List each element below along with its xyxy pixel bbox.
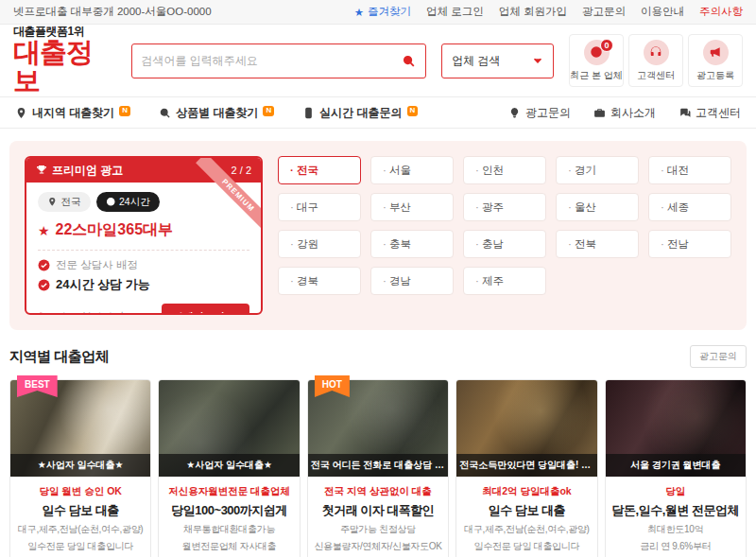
region-button[interactable]: 충북 [370,230,454,258]
region-button[interactable]: 제주 [463,267,546,295]
customer-center-button[interactable]: 고객센터 [628,34,683,87]
card-highlight: 당일 월변 승인 OK [14,485,146,498]
phone-icon [38,311,50,315]
call-now-link[interactable]: 바로 상담하기 [38,310,124,315]
ad-register-button[interactable]: 광고등록 [688,34,743,87]
card-highlight: 전국 지역 상관없이 대출 [312,485,444,498]
card-title: 일수 담보 대출 [14,502,146,519]
nav-item-company-intro[interactable]: 회사소개 [593,105,656,121]
feature-item: 전문 상담사 배정 [38,258,249,272]
card-description: 주말가능 친절상담 [312,523,444,536]
region-filter-grid: 전국 서울 인천 경기 대전 대구 부산 광주 울산 세종 강원 충북 충남 전… [278,156,731,315]
main-navigation: 내지역 대출찾기 N 상품별 대출찾기 N 실시간 대출문의 N 광고문의 회사… [0,96,756,129]
card-caption: 전국소득만있다면 당일대출! 대한민국... [456,454,596,477]
premium-ad-card[interactable]: 프리미엄 광고 2 / 2 PREMIUM 전국 24시간 ★ 22스마일365… [25,156,263,315]
premium-ad-counter: 2 / 2 [232,165,251,176]
check-icon [38,259,50,271]
top-utility-bar: 넷프로대출 대부중개 2000-서울OO-0000 ★즐겨찾기 업체 로그인 업… [0,0,756,25]
region-button[interactable]: 전국 [278,156,361,184]
region-button[interactable]: 전북 [556,230,639,258]
card-description: 채무통합대환대출가능 [163,523,295,536]
nav-left-group: 내지역 대출찾기 N 상품별 대출찾기 N 실시간 대출문의 N [15,105,418,121]
card-title: 달돈,일수,월변 전문업체 [610,502,742,519]
topbar-links: ★즐겨찾기 업체 로그인 업체 회원가입 광고문의 이용안내 주의사항 [354,5,743,19]
region-button[interactable]: 세종 [648,193,731,221]
nav-item-customer-center[interactable]: 고객센터 [679,105,741,121]
section-title: 지역별 대출업체 [9,348,109,366]
ad-inquiry-link[interactable]: 광고문의 [582,5,626,19]
region-button[interactable]: 대구 [278,193,361,221]
star-icon: ★ [354,6,364,19]
lightbulb-icon [508,107,521,119]
region-button[interactable]: 강원 [278,230,361,258]
feature-item: 24시간 상담 가능 [38,276,249,293]
region-button[interactable]: 전남 [648,230,731,258]
region-button[interactable]: 울산 [556,193,639,221]
region-button[interactable]: 서울 [370,156,454,184]
site-header: 대출플랫폼1위 대출정보 업체 검색 0 최근 본 업체 고객센터 광고등록 [0,25,756,96]
logo-tagline: 대출플랫폼1위 [13,26,116,38]
card-description: 월변전문업체 자사대출 [163,540,295,553]
region-button[interactable]: 경북 [278,267,361,295]
search-type-select[interactable]: 업체 검색 [441,44,554,78]
hero-panel: 프리미엄 광고 2 / 2 PREMIUM 전국 24시간 ★ 22스마일365… [9,141,747,330]
hours-tag: 24시간 [96,192,160,212]
vendor-signup-link[interactable]: 업체 회원가입 [499,5,567,19]
card-highlight: 저신용자월변전문 대출업체 [163,485,295,498]
card-caption: ★사업자 일수대출★ [10,454,150,477]
ad-inquiry-button[interactable]: 광고문의 [690,345,747,368]
nav-item-ad-inquiry[interactable]: 광고문의 [508,105,571,121]
card-photo: ★사업자 일수대출★ [159,380,299,477]
megaphone-icon [703,40,729,65]
region-button[interactable]: 대전 [648,156,731,184]
lender-card[interactable]: 전국소득만있다면 당일대출! 대한민국... 최대2억 당일대출ok 일수 담보… [455,379,597,557]
search-button[interactable] [402,54,416,68]
premium-ad-title: 프리미엄 광고 [52,163,123,179]
nav-item-loans-by-product[interactable]: 상품별 대출찾기 N [159,105,274,121]
lender-card[interactable]: BEST ★사업자 일수대출★ 당일 월변 승인 OK 일수 담보 대출 대구,… [9,379,151,557]
location-tag: 전국 [38,192,91,212]
nav-item-realtime-inquiry[interactable]: 실시간 대출문의 N [302,105,418,121]
card-photo: 서울 경기권 월변대출 [606,380,746,477]
headset-icon [644,40,669,65]
card-photo: ★사업자 일수대출★ [10,380,150,477]
card-caption: ★사업자 일수대출★ [159,454,299,477]
card-description: 일수전문 당일 대출입니다 [14,540,146,553]
new-badge: N [407,106,419,116]
site-logo[interactable]: 대출플랫폼1위 대출정보 [13,26,116,95]
search-bar [131,44,427,78]
lender-card-list: BEST ★사업자 일수대출★ 당일 월변 승인 OK 일수 담보 대출 대구,… [9,379,747,557]
company-registration-info: 넷프로대출 대부중개 2000-서울OO-0000 [13,5,212,19]
card-title: 첫거래 이자 대폭할인 [312,502,444,519]
lender-card[interactable]: HOT 전국 어디든 전화로 대출상담 가능 전국 지역 상관없이 대출 첫거래… [307,379,449,557]
guide-link[interactable]: 이용안내 [641,5,684,19]
region-button[interactable]: 충남 [463,230,546,258]
vendor-login-link[interactable]: 업체 로그인 [426,5,484,19]
nav-item-my-region-loans[interactable]: 내지역 대출찾기 N [15,105,130,121]
detail-view-button[interactable]: 자세히보기 → [162,304,249,315]
search-input[interactable] [142,54,403,67]
lender-card[interactable]: ★사업자 일수대출★ 저신용자월변전문 대출업체 당일100~300까지쉽게 채… [158,379,300,557]
nav-right-group: 광고문의 회사소개 고객센터 [508,105,741,121]
region-button[interactable]: 인천 [463,156,546,184]
search-icon [159,107,171,119]
card-caption: 서울 경기권 월변대출 [606,454,746,477]
favorites-link[interactable]: ★즐겨찾기 [354,5,411,19]
region-button[interactable]: 부산 [370,193,454,221]
chevron-down-icon [532,55,543,66]
recent-companies-button[interactable]: 0 최근 본 업체 [569,34,624,87]
lender-card[interactable]: 서울 경기권 월변대출 당일 달돈,일수,월변 전문업체 최대한도10억 금리 … [605,379,747,557]
card-highlight: 최대2억 당일대출ok [460,485,593,498]
region-button[interactable]: 경기 [556,156,639,184]
quick-menu: 0 최근 본 업체 고객센터 광고등록 [569,34,743,87]
new-badge: N [263,106,274,116]
logo-title: 대출정보 [13,38,116,96]
card-description: 대구,제주,전남(순천,여수,광양) [14,523,146,536]
region-button[interactable]: 광주 [463,193,546,221]
card-photo: 전국 어디든 전화로 대출상담 가능 [308,380,448,477]
region-button[interactable]: 경남 [370,267,454,295]
caution-link[interactable]: 주의사항 [699,5,743,19]
new-badge: N [119,106,130,116]
card-title: 일수 담보 대출 [460,502,593,519]
star-icon: ★ [38,223,50,238]
